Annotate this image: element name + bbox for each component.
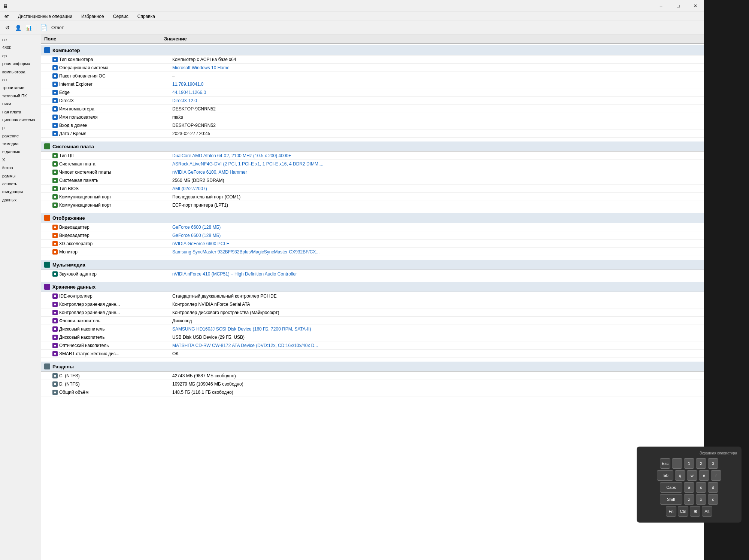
col-field: Поле bbox=[44, 36, 164, 42]
sidebar-item-config[interactable]: фигурация bbox=[0, 188, 41, 196]
sidebar-item-comp[interactable]: компьютора bbox=[0, 68, 41, 76]
field-value: OK bbox=[172, 351, 701, 356]
kb-alt[interactable]: Alt bbox=[702, 506, 712, 517]
table-row: ■ Контроллер хранения данн... Контроллер… bbox=[41, 300, 704, 308]
kb-q[interactable]: q bbox=[675, 470, 685, 481]
table-row: ■ Имя пользователя maks bbox=[41, 113, 704, 121]
table-row: ■ Дисковый накопитель USB Disk USB Devic… bbox=[41, 333, 704, 341]
kb-esc[interactable]: Esc bbox=[660, 458, 670, 469]
kb-1[interactable]: 1 bbox=[684, 458, 694, 469]
field-name: ■ D: (NTFS) bbox=[52, 381, 172, 387]
person-icon[interactable]: 👤 bbox=[13, 23, 22, 32]
kb-d[interactable]: d bbox=[708, 482, 718, 493]
chart-icon[interactable]: 📊 bbox=[24, 23, 33, 32]
sidebar-item-display[interactable]: ражение bbox=[0, 132, 41, 140]
field-name: ■ Флоппи-накопитель bbox=[52, 318, 172, 323]
menu-bar: ет Дистанционные операции Избранное Серв… bbox=[0, 12, 704, 21]
kb-2[interactable]: 2 bbox=[696, 458, 706, 469]
table-row: ■ IDE-контроллер Стандартный двухканальн… bbox=[41, 292, 704, 300]
field-value: – bbox=[172, 73, 701, 79]
sidebar-item-er[interactable]: ер bbox=[0, 52, 41, 60]
menu-favorites[interactable]: Избранное bbox=[80, 13, 106, 20]
sidebar-item-storage[interactable]: е данных bbox=[0, 148, 41, 156]
app-icon: 🖥 bbox=[3, 3, 8, 9]
field-value: 148.5 ГБ (116.1 ГБ свободно) bbox=[172, 390, 701, 395]
kb-e[interactable]: e bbox=[699, 470, 709, 481]
field-value: maks bbox=[172, 115, 701, 120]
kb-win[interactable]: ⊞ bbox=[690, 506, 700, 517]
field-value: USB Disk USB Device (29 ГБ, USB) bbox=[172, 335, 701, 340]
sidebar-item-programs[interactable]: раммы bbox=[0, 172, 41, 180]
kb-r[interactable]: r bbox=[711, 470, 721, 481]
kb-row-2: Tab q w e r bbox=[641, 470, 737, 481]
field-name: ■ Имя пользователя bbox=[52, 115, 172, 120]
kb-caps[interactable]: Caps bbox=[660, 482, 682, 493]
menu-help[interactable]: Справка bbox=[136, 13, 157, 20]
sections-container: Компьютер ■ Тип компьютера Компьютер с A… bbox=[41, 45, 704, 399]
sidebar-item-power[interactable]: тропитание bbox=[0, 84, 41, 92]
sidebar-item-x[interactable]: X bbox=[0, 156, 41, 164]
field-value: 44.19041.1266.0 bbox=[172, 90, 701, 95]
field-name: ■ Оптический накопитель bbox=[52, 343, 172, 348]
kb-3[interactable]: 3 bbox=[708, 458, 718, 469]
field-name: ■ Вход в домен bbox=[52, 123, 172, 128]
toolbar-label: Отчёт bbox=[51, 25, 64, 30]
section-storage: Хранение данных bbox=[41, 282, 704, 292]
report-doc-icon: 📄 bbox=[39, 23, 48, 32]
section-multimedia: Мультимедиа bbox=[41, 260, 704, 270]
sidebar-item-4800[interactable]: 4800 bbox=[0, 44, 41, 52]
field-value: nVIDIA nForce 410 (MCP51) – High Definit… bbox=[172, 271, 701, 277]
kb-row-4: Shift z x c bbox=[641, 494, 737, 505]
toolbar: ↺ 👤 📊 📄 Отчёт bbox=[0, 21, 704, 34]
field-value: Компьютер с ACPI на базе x64 bbox=[172, 57, 701, 62]
kb-ctrl[interactable]: Ctrl bbox=[678, 506, 688, 517]
sidebar-item-board[interactable]: ная плата bbox=[0, 108, 41, 116]
sidebar-item-os[interactable]: ционная система bbox=[0, 116, 41, 124]
kb-x[interactable]: x bbox=[696, 494, 706, 505]
table-row: ■ Монитор Samsung SyncMaster 932BF/932Bp… bbox=[41, 248, 704, 256]
sidebar-item-oe[interactable]: ое bbox=[0, 36, 41, 44]
menu-remote[interactable]: Дистанционные операции bbox=[16, 13, 74, 20]
table-row: ■ Дата / Время 2023-02-27 / 20:45 bbox=[41, 130, 704, 138]
field-value: Samsung SyncMaster 932BF/932Bplus/MagicS… bbox=[172, 249, 701, 255]
menu-et[interactable]: ет bbox=[3, 13, 10, 20]
kb-tab[interactable]: Tab bbox=[657, 470, 673, 481]
field-value: Контроллер NVIDIA nForce Serial ATA bbox=[172, 302, 701, 307]
back-icon[interactable]: ↺ bbox=[3, 23, 12, 32]
kb-c[interactable]: c bbox=[708, 494, 718, 505]
menu-service[interactable]: Сервис bbox=[112, 13, 130, 20]
field-value: MATSHITA CD-RW CW-8172 ATA Device (DVD:1… bbox=[172, 343, 701, 348]
close-button[interactable]: ✕ bbox=[687, 0, 704, 12]
table-row: ■ Имя компьютера DESKTOP-9CNRN52 bbox=[41, 105, 704, 113]
kb-z[interactable]: z bbox=[684, 494, 694, 505]
section-partitions: Разделы bbox=[41, 362, 704, 372]
field-value: ASRock ALiveNF4G-DVI (2 PCI, 1 PCI-E x1,… bbox=[172, 161, 701, 167]
sidebar-item-info[interactable]: рная информа bbox=[0, 60, 41, 68]
field-name: ■ Тип BIOS bbox=[52, 186, 172, 191]
kb-shift[interactable]: Shift bbox=[660, 494, 682, 505]
kb-dash[interactable]: – bbox=[672, 458, 682, 469]
kb-w[interactable]: w bbox=[687, 470, 697, 481]
content-area[interactable]: Поле Значение Компьютер ■ Тип компьютера… bbox=[41, 34, 704, 560]
minimize-button[interactable]: – bbox=[652, 0, 670, 12]
sidebar-item-devices[interactable]: ники bbox=[0, 100, 41, 108]
keyboard-widget: Экранная клавиатура Esc – 1 2 3 Tab q w … bbox=[637, 447, 742, 523]
kb-fn[interactable]: Fn bbox=[666, 506, 676, 517]
field-value: Дисковод bbox=[172, 318, 701, 323]
table-row: ■ Видеоадаптер GeForce 6600 (128 МБ) bbox=[41, 223, 704, 231]
maximize-button[interactable]: □ bbox=[670, 0, 687, 12]
sidebar-item-on[interactable]: он bbox=[0, 76, 41, 84]
kb-a[interactable]: a bbox=[684, 482, 694, 493]
sidebar-item-devices2[interactable]: йства bbox=[0, 164, 41, 172]
table-row: ■ Тип BIOS AMI (02/27/2007) bbox=[41, 185, 704, 193]
sidebar-item-portable[interactable]: тативный ПК bbox=[0, 92, 41, 100]
sidebar-item-multimedia[interactable]: тимедиа bbox=[0, 140, 41, 148]
sidebar-item-security[interactable]: асность bbox=[0, 180, 41, 188]
sidebar-item-r[interactable]: р bbox=[0, 124, 41, 132]
field-value: DirectX 12.0 bbox=[172, 98, 701, 103]
sidebar-item-data[interactable]: данных bbox=[0, 196, 41, 204]
field-value: 11.789.19041.0 bbox=[172, 82, 701, 87]
field-name: ■ Коммуникационный порт bbox=[52, 203, 172, 208]
kb-s[interactable]: s bbox=[696, 482, 706, 493]
table-row: ■ Чипсет системной платы nVIDIA GeForce … bbox=[41, 168, 704, 176]
